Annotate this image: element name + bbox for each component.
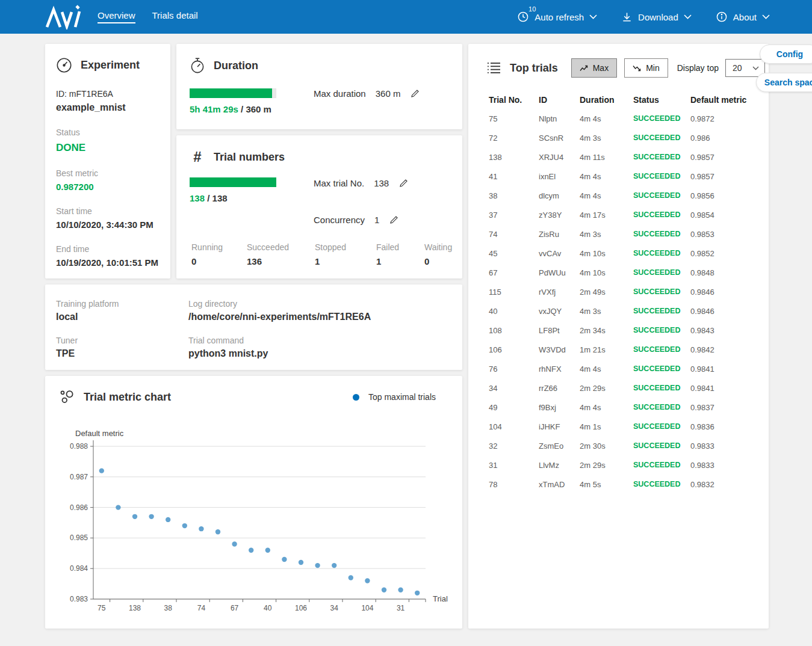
tab-overview[interactable]: Overview (98, 10, 135, 23)
trial-status: SUCCEEDED (633, 326, 690, 334)
end-time-value: 10/19/2020, 10:01:51 PM (56, 257, 160, 268)
trial-duration: 4m 17s (580, 211, 633, 220)
trial-no: 38 (489, 191, 539, 200)
trial-duration: 4m 4s (580, 172, 633, 181)
chart-point (349, 575, 353, 580)
x-tick-label: 31 (397, 604, 405, 612)
auto-refresh-menu[interactable]: 10 Auto refresh (517, 11, 597, 23)
chart-point (265, 548, 270, 553)
trial-duration: 4m 3s (580, 307, 633, 316)
trial-id: LlvMz (539, 461, 580, 470)
trend-up-icon (580, 65, 588, 72)
training-platform-value: local (56, 312, 188, 322)
platform-card: Training platform local Log directory /h… (45, 285, 462, 370)
col-duration: Duration (580, 95, 633, 105)
edit-max-trial-icon[interactable] (398, 178, 409, 188)
trial-metric: 0.9841 (690, 365, 769, 374)
trial-progress (190, 177, 276, 187)
chart-point (232, 541, 237, 546)
search-space-button[interactable]: Search space (756, 73, 812, 92)
trial-no: 104 (489, 422, 539, 431)
max-button-label: Max (593, 63, 609, 73)
trial-status: SUCCEEDED (633, 191, 690, 200)
trial-id: Nlptn (539, 114, 580, 123)
trial-duration: 4m 10s (580, 249, 633, 258)
trial-status: SUCCEEDED (633, 422, 690, 431)
trial-stat-value: 1 (376, 256, 424, 266)
trial-id: rrZ66 (539, 384, 580, 393)
chart-point (99, 468, 104, 473)
table-row: 41 ixnEl 4m 4s SUCCEEDED 0.9857 (468, 167, 769, 186)
duration-divider: / (238, 104, 246, 114)
table-row: 108 LF8Pt 2m 34s SUCCEEDED 0.9843 (468, 321, 769, 340)
edit-max-duration-icon[interactable] (410, 88, 420, 99)
trial-metric-chart-svg[interactable]: 0.9830.9840.9850.9860.9870.988Default me… (54, 429, 463, 621)
table-row: 74 ZisRu 4m 3s SUCCEEDED 0.9853 (468, 224, 769, 244)
chevron-down-icon (684, 14, 692, 19)
x-tick-label: 67 (231, 604, 239, 612)
trial-no: 74 (489, 230, 539, 239)
download-menu[interactable]: Download (621, 11, 692, 23)
trial-stat: Succeeded 136 (247, 242, 315, 266)
training-platform-label: Training platform (56, 299, 188, 309)
trial-metric: 0.9857 (690, 172, 769, 181)
trial-no: 106 (489, 345, 539, 354)
trial-id: f9Bxj (539, 403, 580, 412)
duration-title: Duration (214, 60, 258, 72)
trial-no: 72 (489, 134, 539, 143)
table-row: 115 rVXfj 2m 49s SUCCEEDED 0.9846 (468, 282, 769, 301)
trial-metric: 0.9872 (690, 114, 769, 123)
display-top-label: Display top (677, 63, 719, 73)
trial-metric: 0.9841 (690, 384, 769, 393)
chart-legend[interactable]: Top maximal trials (353, 392, 436, 402)
table-row: 106 W3VDd 1m 21s SUCCEEDED 0.9842 (468, 340, 769, 359)
x-tick-label: 138 (129, 604, 141, 612)
top-trials-table-body: 75 Nlptn 4m 4s SUCCEEDED 0.9872 72 SCsnR… (468, 109, 769, 494)
trial-no: 78 (489, 480, 539, 489)
trial-numbers-card: # Trial numbers 138 / 138 Max trial No. … (176, 135, 462, 278)
chart-point (132, 514, 137, 519)
trial-metric: 0.9843 (690, 326, 769, 335)
tuner-label: Tuner (56, 336, 188, 345)
nni-logo[interactable] (43, 4, 82, 29)
info-icon (716, 11, 728, 23)
trial-id: zY38Y (539, 211, 580, 220)
x-tick-label: 75 (98, 604, 106, 612)
trial-no: 37 (489, 211, 539, 220)
trial-status: SUCCEEDED (633, 211, 690, 219)
trial-id: vxJQY (539, 307, 580, 316)
trial-id: W3VDd (539, 345, 580, 354)
trial-status: SUCCEEDED (633, 230, 690, 238)
max-button[interactable]: Max (571, 58, 617, 78)
table-row: 67 PdWUu 4m 10s SUCCEEDED 0.9848 (468, 263, 769, 282)
tab-trials-detail[interactable]: Trials detail (152, 10, 198, 23)
chart-point (382, 588, 386, 592)
x-tick-label: 34 (330, 604, 339, 612)
trial-metric: 0.9837 (690, 403, 769, 412)
top-trials-title: Top trials (510, 62, 558, 75)
trial-id: ZisRu (539, 230, 580, 239)
trial-id: LF8Pt (539, 326, 580, 335)
duration-elapsed-value: 5h 41m 29s (190, 104, 238, 114)
about-menu[interactable]: About (716, 11, 770, 23)
trial-duration: 4m 4s (580, 114, 633, 123)
trial-metric: 0.9833 (690, 461, 769, 470)
duration-total: 360 m (246, 104, 271, 114)
trial-metric: 0.9856 (690, 191, 769, 200)
trial-duration: 4m 3s (580, 230, 633, 239)
min-button[interactable]: Min (624, 58, 668, 78)
trial-duration: 2m 49s (580, 288, 633, 297)
trial-no: 31 (489, 461, 539, 470)
table-row: 38 dlcym 4m 4s SUCCEEDED 0.9856 (468, 186, 769, 205)
trial-status: SUCCEEDED (633, 461, 690, 469)
log-directory-value: /home/core/nni-experiments/mFT1RE6A (188, 312, 451, 322)
trial-no: 40 (489, 307, 539, 316)
trial-stat-value: 136 (247, 256, 315, 266)
trial-duration: 4m 11s (580, 153, 633, 162)
x-tick-label: 106 (295, 604, 307, 612)
tuner-value: TPE (56, 348, 188, 359)
config-button[interactable]: Config (760, 45, 812, 64)
chart-point (315, 563, 320, 568)
gauge-icon (56, 57, 72, 73)
edit-concurrency-icon[interactable] (389, 215, 399, 225)
